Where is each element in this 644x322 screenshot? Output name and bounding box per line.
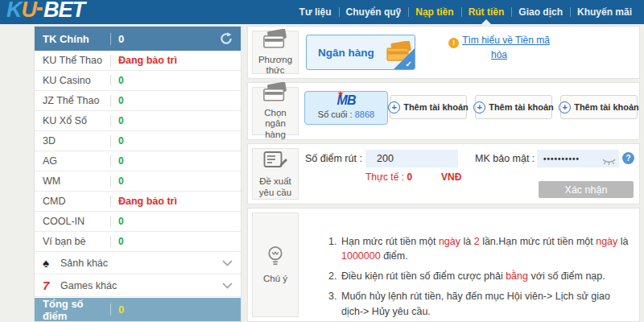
plus-circle-icon: + (388, 101, 400, 114)
total-points-label: Tổng số điểm (43, 298, 110, 322)
group-label: Games khác (60, 280, 117, 291)
logo-letter-u: U (22, 0, 37, 22)
mb-bank-logo: ★MB (337, 94, 356, 107)
note-item: Điều kiện rút tiền số điểm cược phải bằn… (340, 269, 631, 283)
bank-card-mb[interactable]: ★MB Số cuối : 8868 (304, 91, 388, 125)
sidebar-account-row: KU Thể ThaoĐang bảo trì (35, 51, 241, 71)
nav-item[interactable]: Khuyến mãi (570, 0, 639, 24)
sidebar-group-sanh-khac[interactable]: ♠ Sảnh khác (35, 252, 241, 275)
sidebar-account-list: KU Thể ThaoĐang bảo trìKU Casino0JZ Thể … (35, 51, 241, 252)
section-label: Đề xuất yêu cầu (253, 176, 298, 197)
help-question-icon[interactable]: ? (622, 152, 634, 164)
nav-item[interactable]: Giao dịch (511, 0, 570, 24)
top-header: KUBET Tư liệuChuyển quỹNạp tiềnRút tiềnG… (0, 0, 644, 24)
request-iconbox: Đề xuất yêu cầu (252, 148, 299, 200)
sidebar-group-games-khac[interactable]: 7 Games khác (35, 275, 241, 297)
section-notes: Chú ý Hạn mức rút tiền một ngày là 2 lần… (247, 208, 640, 322)
actual-amount: Thực tế : 0 (365, 171, 412, 183)
request-form-icon (263, 150, 287, 174)
section-label: Chú ý (262, 274, 289, 284)
logo-dash-icon (37, 7, 43, 10)
bank-cards-icon (262, 82, 288, 105)
nav-item[interactable]: Nạp tiền (408, 0, 460, 24)
eye-closed-icon[interactable] (602, 155, 616, 169)
note-item: Hạn mức rút tiền một ngày là 2 lần.Hạn m… (340, 234, 631, 263)
add-account-button[interactable]: +Thêm tài khoản (560, 95, 638, 119)
sidebar-account-row: KU Casino0 (35, 71, 241, 91)
plus-circle-icon: + (559, 101, 571, 114)
group-label: Sảnh khác (60, 258, 108, 269)
password-label: MK bảo mật : (475, 153, 535, 164)
sidebar-total-footer: Tổng số điểm 0 (35, 298, 241, 321)
section-bank-select: Chọn ngân hàng ★MB Số cuối : 8868 +Thêm … (247, 82, 640, 140)
logo-letters-bet: BET (43, 0, 85, 22)
sidebar-account-row: WM0 (35, 171, 241, 192)
sidebar: TK Chính 0 KU Thể ThaoĐang bảo trìKU Cas… (34, 26, 242, 322)
bank-method-label: Ngân hàng (318, 47, 374, 59)
amount-label: Số điểm rút : (305, 153, 362, 164)
sidebar-account-row: KU Xổ Số0 (35, 111, 241, 131)
notes-iconbox: Chú ý (252, 213, 299, 317)
notes-list: Hạn mức rút tiền một ngày là 2 lần.Hạn m… (303, 234, 631, 319)
page: KUBET Tư liệuChuyển quỹNạp tiềnRút tiềnG… (0, 0, 644, 322)
chevron-down-icon (222, 260, 233, 266)
currency-label: VNĐ (441, 171, 461, 183)
logo-letter-k: K (6, 0, 22, 22)
slot-seven-icon: 7 (43, 279, 57, 292)
bank-cards-icon (262, 29, 288, 52)
withdraw-panel: Phương thức Ngân hàng ✓ !Tìm hiểu về Tiề… (247, 26, 640, 322)
add-account-button[interactable]: +Thêm tài khoản (390, 95, 467, 119)
section-label: Phương thức (253, 55, 298, 76)
plus-circle-icon: + (473, 101, 485, 114)
nav-item[interactable]: Tư liệu (292, 0, 339, 24)
sidebar-header: TK Chính 0 (35, 27, 241, 51)
bank-select-iconbox: Chọn ngân hàng (252, 87, 299, 135)
crypto-info-link[interactable]: !Tìm hiểu về Tiền mã hóa (448, 34, 551, 62)
sidebar-account-row: JZ Thể Thao0 (35, 91, 241, 111)
section-method: Phương thức Ngân hàng ✓ !Tìm hiểu về Tiề… (247, 26, 640, 79)
nav-item[interactable]: Rút tiền (461, 0, 512, 24)
main-account-balance: 0 (118, 33, 124, 45)
crypto-link-text: Tìm hiểu về Tiền mã hóa (462, 35, 550, 60)
refresh-icon[interactable] (220, 32, 233, 45)
mb-star-icon: ★ (338, 91, 343, 97)
sidebar-account-row: COOL-IN0 (35, 212, 241, 232)
bank-method-button[interactable]: Ngân hàng ✓ (306, 35, 415, 70)
amount-input[interactable] (365, 150, 458, 167)
nav-item[interactable]: Chuyển quỹ (339, 0, 409, 24)
sidebar-account-row: CMDĐang bảo trì (35, 192, 241, 212)
sidebar-account-row: Ví bạn bè0 (35, 232, 241, 252)
card-last-digits: Số cuối : 8868 (305, 109, 387, 119)
note-item: Muốn hủy lệnh rút tiền, hãy đến mục Hội … (340, 289, 631, 318)
section-request: Đề xuất yêu cầu Số điểm rút : Thực tế : … (247, 143, 640, 204)
sidebar-account-row: 3D0 (35, 131, 241, 151)
main-account-label: TK Chính (43, 33, 110, 45)
confirm-button[interactable]: Xác nhận (539, 181, 634, 198)
chevron-down-icon (222, 283, 233, 289)
method-iconbox: Phương thức (252, 31, 299, 74)
main-nav: Tư liệuChuyển quỹNạp tiềnRút tiềnGiao dị… (292, 0, 639, 24)
info-icon: ! (448, 38, 459, 48)
total-points-value: 0 (118, 303, 124, 316)
add-account-button[interactable]: +Thêm tài khoản (475, 95, 552, 119)
section-label: Chọn ngân hàng (253, 108, 298, 140)
spade-icon: ♠ (43, 256, 57, 270)
sidebar-account-row: AG0 (35, 151, 241, 171)
brand-logo[interactable]: KUBET (6, 0, 85, 23)
bulb-icon (265, 245, 286, 271)
selected-check-icon: ✓ (394, 48, 415, 69)
